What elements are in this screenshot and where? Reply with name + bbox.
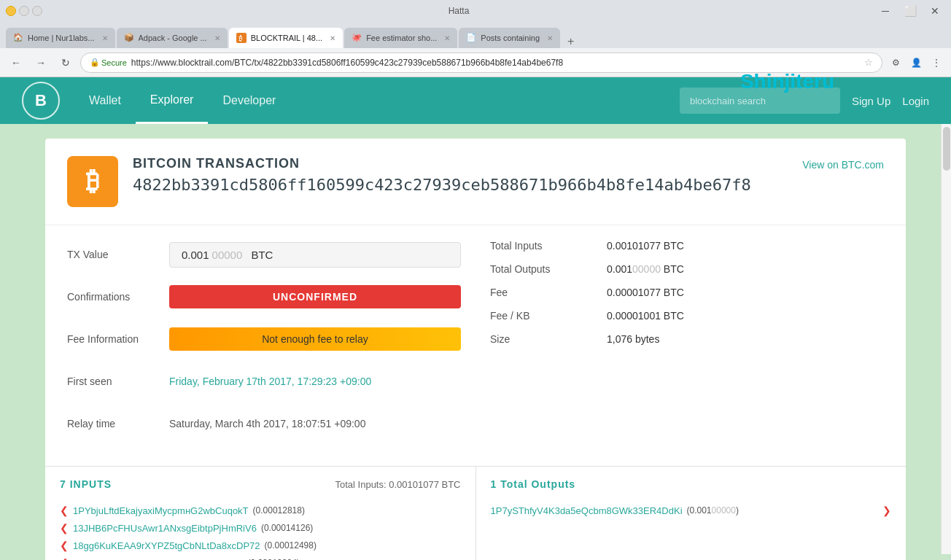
page-container: Hatta ─ ⬜ ✕ 🏠 Home | Nur1labs... ✕ 📦 Adp… — [0, 0, 951, 560]
tab-label-posts: Posts containing — [481, 34, 540, 42]
menu-btn[interactable]: ⋮ — [928, 54, 945, 71]
outputs-panel: 1 Total Outputs 1P7ySThfyV4K3da5eQcbm8GW… — [476, 467, 907, 560]
fee-info-field: Not enough fee to relay — [169, 327, 461, 351]
inputs-header: 7 INPUTS Total Inputs: 0.00101077 BTC — [60, 478, 461, 496]
back-btn[interactable]: ← — [6, 52, 26, 73]
window-minimize-btn[interactable]: ─ — [875, 1, 896, 21]
window-close-btn[interactable]: ✕ — [925, 1, 945, 21]
signup-link[interactable]: Sign Up — [852, 95, 890, 107]
tx-hash: 4822bb3391cd5806ff160599c423c27939ceb588… — [133, 176, 802, 194]
input-amount-2: (0.00014126) — [261, 523, 313, 533]
window-minimize[interactable] — [6, 6, 16, 16]
tab-close-fee[interactable]: ✕ — [444, 34, 450, 42]
tx-value-label: TX Value — [67, 249, 169, 260]
tab-favicon-home: 🏠 — [13, 33, 23, 43]
login-link[interactable]: Login — [902, 95, 929, 107]
input-chevron-4: ❮ — [60, 557, 69, 560]
tab-posts[interactable]: 📄 Posts containing ✕ — [459, 28, 560, 48]
input-address-1[interactable]: 1PYbjuLftdEkajyaxiMycpmнG2wbCuqokT — [73, 505, 249, 516]
forward-btn[interactable]: → — [31, 52, 51, 73]
first-seen-row: First seen Friday, February 17th 2017, 1… — [67, 367, 461, 396]
tab-favicon-fee: 🐙 — [352, 33, 362, 43]
outputs-header: 1 Total Outputs — [491, 478, 892, 496]
nav-links: Wallet Explorer Developer — [74, 77, 680, 124]
tx-value-field: 0.00100000 BTC — [169, 242, 461, 268]
window-restore-btn[interactable]: ⬜ — [900, 1, 920, 21]
main-nav: B Wallet Explorer Developer Sign Up Logi… — [0, 77, 951, 124]
tab-close-blocktrail[interactable]: ✕ — [330, 34, 335, 42]
input-item-2: ❮ 13JHB6PcFHUsAwr1ANxsgEibtpPjHmRiV6 (0.… — [60, 522, 461, 534]
nav-wallet[interactable]: Wallet — [74, 77, 136, 124]
tab-close-home[interactable]: ✕ — [102, 34, 108, 42]
tx-value-box: 0.00100000 BTC — [169, 242, 461, 268]
window-close[interactable] — [32, 6, 42, 16]
relay-time-label: Relay time — [67, 418, 169, 429]
total-outputs-row: Total Outputs 0.00100000 BTC — [490, 263, 884, 275]
input-chevron-1: ❮ — [60, 505, 69, 516]
size-label: Size — [490, 333, 607, 345]
io-section: 7 INPUTS Total Inputs: 0.00101077 BTC ❮ … — [45, 466, 906, 560]
tab-close-posts[interactable]: ✕ — [547, 34, 553, 42]
tab-close-adpack[interactable]: ✕ — [214, 34, 220, 42]
tab-fee-estimator[interactable]: 🐙 Fee estimator sho... ✕ — [344, 28, 457, 48]
inputs-panel: 7 INPUTS Total Inputs: 0.00101077 BTC ❮ … — [45, 467, 476, 560]
fee-per-kb-value: 0.00001001 BTC — [607, 310, 684, 322]
first-seen-value: Friday, February 17th 2017, 17:29:23 +09… — [169, 376, 371, 387]
nav-right: Sign Up Login — [852, 95, 929, 107]
window-title: Hatta — [449, 6, 470, 16]
toolbar-icons: ⚙ 👤 ⋮ — [887, 54, 945, 71]
details-left: TX Value 0.00100000 BTC Confirmations UN… — [67, 240, 461, 451]
search-input[interactable] — [680, 88, 840, 114]
page-wrapper: ₿ BITCOIN TRANSACTION 4822bb3391cd5806ff… — [0, 124, 951, 560]
fee-info-label: Fee Information — [67, 333, 169, 345]
nav-developer[interactable]: Developer — [208, 77, 290, 124]
scrollbar-thumb[interactable] — [943, 127, 950, 171]
address-bar[interactable]: 🔒 Secure https://www.blocktrail.com/BTC/… — [80, 52, 882, 73]
star-icon[interactable]: ☆ — [864, 57, 873, 68]
view-btc-link[interactable]: View on BTC.com — [802, 156, 884, 171]
fee-label: Fee — [490, 287, 607, 298]
total-inputs-label: Total Inputs — [490, 240, 607, 252]
details-section: TX Value 0.00100000 BTC Confirmations UN… — [45, 225, 906, 466]
input-address-2[interactable]: 13JHB6PcFHUsAwr1ANxsgEibtpPjHmRiV6 — [73, 523, 257, 534]
nav-explorer[interactable]: Explorer — [136, 77, 209, 124]
scrollbar[interactable] — [941, 124, 951, 554]
input-address-3[interactable]: 18gg6KuKEAA9rXYPZ5tgCbNLtDa8xcDP72 — [73, 540, 260, 551]
input-amount-3: (0.00012498) — [265, 540, 317, 551]
tab-adpack[interactable]: 📦 Adpack - Google ... ✕ — [117, 28, 228, 48]
new-tab-btn[interactable]: + — [562, 35, 580, 48]
total-inputs-row: Total Inputs 0.00101077 BTC — [490, 240, 884, 252]
relay-time-field: Saturday, March 4th 2017, 18:07:51 +09:0… — [169, 418, 461, 429]
tab-label-fee: Fee estimator sho... — [366, 34, 437, 42]
browser-toolbar: ← → ↻ 🔒 Secure https://www.blocktrail.co… — [0, 48, 951, 77]
tab-blocktrail[interactable]: ₿ BLOCKTRAIL | 48... ✕ — [229, 28, 343, 48]
total-outputs-label: Total Outputs — [490, 263, 607, 275]
tab-label-blocktrail: BLOCKTRAIL | 48... — [251, 34, 322, 42]
tab-favicon-adpack: 📦 — [124, 33, 134, 43]
reload-btn[interactable]: ↻ — [55, 52, 76, 73]
browser-tabs: 🏠 Home | Nur1labs... ✕ 📦 Adpack - Google… — [0, 22, 951, 48]
total-outputs-prefix: 0.001 — [607, 263, 632, 275]
tab-home[interactable]: 🏠 Home | Nur1labs... ✕ — [6, 28, 115, 48]
window-maximize[interactable] — [19, 6, 29, 16]
secure-label: 🔒 Secure — [90, 58, 127, 67]
tab-label-adpack: Adpack - Google ... — [139, 34, 207, 42]
confirmations-row: Confirmations UNCONFIRMED — [67, 282, 461, 311]
input-item-1: ❮ 1PYbjuLftdEkajyaxiMycpmнG2wbCuqokT (0.… — [60, 505, 461, 516]
tx-value-highlight: 0.001 — [182, 249, 209, 261]
profile-btn[interactable]: 👤 — [907, 54, 925, 71]
input-address-4[interactable]: 1PJt9xT4dr4X55Vdtco2rjgY8KVkbNiVvg — [73, 558, 243, 561]
output-item-1: 1P7ySThfyV4K3da5eQcbm8GWk33ER4DdKi (0.00… — [491, 505, 892, 516]
btc-icon: ₿ — [67, 156, 118, 207]
fee-info-row: Fee Information Not enough fee to relay — [67, 324, 461, 354]
total-outputs-suffix: BTC — [661, 263, 684, 275]
output-address-1[interactable]: 1P7ySThfyV4K3da5eQcbm8GWk33ER4DdKi — [491, 505, 683, 516]
fee-relay-badge: Not enough fee to relay — [169, 327, 461, 351]
extensions-btn[interactable]: ⚙ — [887, 54, 904, 71]
fee-per-kb-row: Fee / KB 0.00001001 BTC — [490, 310, 884, 322]
fee-value: 0.00001077 BTC — [607, 287, 684, 298]
inputs-total: Total Inputs: 0.00101077 BTC — [335, 479, 460, 490]
input-amount-1: (0.00012818) — [253, 505, 305, 516]
tx-title-block: BITCOIN TRANSACTION 4822bb3391cd5806ff16… — [133, 156, 802, 194]
browser-chrome: Hatta ─ ⬜ ✕ 🏠 Home | Nur1labs... ✕ 📦 Adp… — [0, 0, 951, 77]
